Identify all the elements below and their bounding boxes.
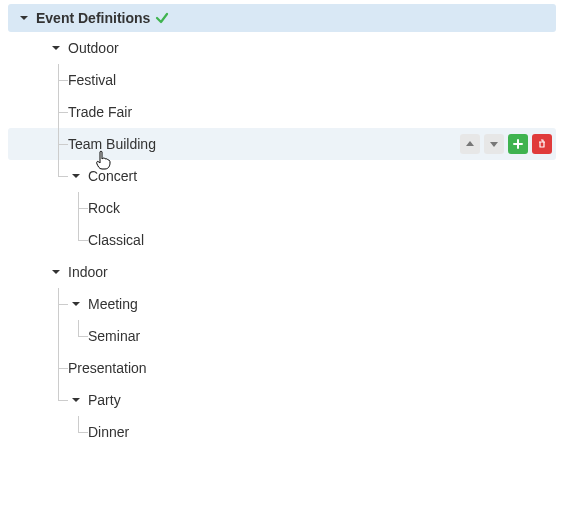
tree-node-presentation[interactable]: Presentation bbox=[8, 352, 556, 384]
chevron-down-icon[interactable] bbox=[68, 296, 84, 312]
root-label: Event Definitions bbox=[36, 10, 150, 26]
check-icon bbox=[154, 10, 170, 26]
tree-root-row[interactable]: Event Definitions bbox=[8, 4, 556, 32]
node-label: Meeting bbox=[88, 296, 138, 312]
tree-node-party[interactable]: Party bbox=[8, 384, 556, 416]
chevron-down-icon[interactable] bbox=[48, 264, 64, 280]
chevron-down-icon[interactable] bbox=[48, 40, 64, 56]
tree-node-trade-fair[interactable]: Trade Fair bbox=[8, 96, 556, 128]
tree-node-festival[interactable]: Festival bbox=[8, 64, 556, 96]
node-label: Classical bbox=[88, 232, 144, 248]
tree-node-seminar[interactable]: Seminar bbox=[8, 320, 556, 352]
chevron-down-icon[interactable] bbox=[16, 10, 32, 26]
tree-node-meeting[interactable]: Meeting bbox=[8, 288, 556, 320]
node-label: Dinner bbox=[88, 424, 129, 440]
node-label: Concert bbox=[88, 168, 137, 184]
add-button[interactable] bbox=[508, 134, 528, 154]
node-label: Team Building bbox=[68, 136, 156, 152]
tree-node-classical[interactable]: Classical bbox=[8, 224, 556, 256]
node-label: Festival bbox=[68, 72, 116, 88]
move-down-button[interactable] bbox=[484, 134, 504, 154]
tree-node-dinner[interactable]: Dinner bbox=[8, 416, 556, 448]
node-label: Presentation bbox=[68, 360, 147, 376]
tree-node-outdoor[interactable]: Outdoor bbox=[8, 32, 556, 64]
node-label: Indoor bbox=[68, 264, 108, 280]
tree-node-concert[interactable]: Concert bbox=[8, 160, 556, 192]
tree-view: Event Definitions Outdoor Festival Trade… bbox=[0, 0, 564, 452]
chevron-down-icon[interactable] bbox=[68, 392, 84, 408]
delete-button[interactable] bbox=[532, 134, 552, 154]
tree-node-team-building[interactable]: Team Building bbox=[8, 128, 556, 160]
node-label: Outdoor bbox=[68, 40, 119, 56]
node-label: Party bbox=[88, 392, 121, 408]
tree-node-indoor[interactable]: Indoor bbox=[8, 256, 556, 288]
node-label: Trade Fair bbox=[68, 104, 132, 120]
move-up-button[interactable] bbox=[460, 134, 480, 154]
node-label: Seminar bbox=[88, 328, 140, 344]
node-label: Rock bbox=[88, 200, 120, 216]
row-actions bbox=[460, 134, 556, 154]
tree-node-rock[interactable]: Rock bbox=[8, 192, 556, 224]
chevron-down-icon[interactable] bbox=[68, 168, 84, 184]
